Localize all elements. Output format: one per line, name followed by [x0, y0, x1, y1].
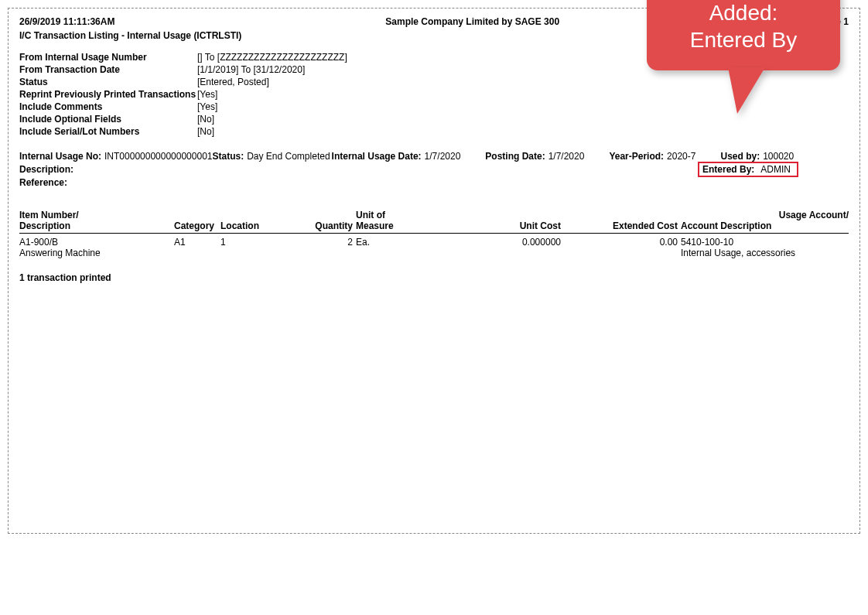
col-uom: Unit of [356, 210, 456, 220]
col-description: Description [19, 220, 174, 231]
entered-by-label: Entered By: [702, 164, 754, 175]
cell-item: A1-900/B [19, 237, 174, 248]
param-value: [Yes] [197, 89, 217, 100]
description-label: Description: [19, 164, 695, 175]
header-rule [19, 233, 849, 234]
table-row: Answering Machine Internal Usage, access… [19, 248, 849, 258]
year-period-value: 2020-7 [667, 151, 695, 162]
param-label: From Internal Usage Number [19, 52, 197, 63]
col-quantity: Quantity [267, 220, 356, 231]
cell-account: 5410-100-10 [681, 237, 849, 248]
table-row: A1-900/B A1 1 2 Ea. 0.000000 0.00 5410-1… [19, 237, 849, 248]
col-account-description: Account Description [681, 220, 849, 231]
line-items-table: Item Number/ Unit of Usage Account/ Desc… [19, 210, 849, 258]
used-by-value: 100020 [763, 151, 794, 162]
header-datetime: 26/9/2019 11:11:36AM [19, 16, 114, 27]
used-by-label: Used by: [720, 151, 760, 162]
usage-no-value: INT000000000000000001 [104, 151, 212, 162]
col-usage-account: Usage Account/ [681, 210, 849, 220]
param-value: [] To [ZZZZZZZZZZZZZZZZZZZZZZ] [197, 52, 347, 63]
param-label: Include Serial/Lot Numbers [19, 126, 197, 137]
entered-by-highlight: Entered By: ADMIN [698, 162, 798, 177]
usage-status-label: Status: [213, 151, 244, 162]
col-extended-cost: Extended Cost [561, 220, 681, 231]
col-category: Category [174, 220, 220, 231]
posting-date-value: 1/7/2020 [548, 151, 585, 162]
annotation-callout: Added: Entered By [647, 0, 840, 70]
footer-summary: 1 transaction printed [19, 272, 849, 283]
usage-date-value: 1/7/2020 [425, 151, 461, 162]
cell-account-desc: Internal Usage, accessories [681, 248, 849, 258]
reference-label: Reference: [19, 177, 67, 188]
param-label: Include Comments [19, 101, 197, 112]
param-value: [Yes] [197, 101, 217, 112]
param-value: [No] [197, 114, 214, 125]
entered-by-value: ADMIN [760, 164, 791, 175]
callout-line1: Added: [709, 1, 778, 25]
col-measure: Measure [356, 220, 456, 231]
param-value: [No] [197, 126, 214, 137]
col-unit-cost: Unit Cost [456, 220, 561, 231]
usage-status-value: Day End Completed [247, 151, 330, 162]
cell-item-desc: Answering Machine [19, 248, 174, 258]
cell-extended-cost: 0.00 [561, 237, 681, 248]
cell-location: 1 [220, 237, 267, 248]
param-label: From Transaction Date [19, 64, 197, 75]
usage-detail: Internal Usage No: INT000000000000000001… [19, 151, 849, 188]
col-item-number: Item Number/ [19, 210, 174, 220]
report-page: Added: Entered By 26/9/2019 11:11:36AM S… [8, 8, 860, 534]
cell-quantity: 2 [267, 237, 356, 248]
param-label: Reprint Previously Printed Transactions [19, 89, 197, 100]
usage-date-label: Internal Usage Date: [332, 151, 422, 162]
usage-no-label: Internal Usage No: [19, 151, 101, 162]
param-label: Status [19, 77, 197, 87]
year-period-label: Year-Period: [609, 151, 664, 162]
header-company: Sample Company Limited by SAGE 300 [385, 16, 559, 27]
callout-line2: Entered By [690, 28, 798, 52]
col-location: Location [220, 220, 267, 231]
param-label: Include Optional Fields [19, 114, 197, 125]
cell-uom: Ea. [356, 237, 456, 248]
cell-unit-cost: 0.000000 [456, 237, 561, 248]
cell-category: A1 [174, 237, 220, 248]
param-value: [1/1/2019] To [31/12/2020] [197, 64, 305, 75]
posting-date-label: Posting Date: [485, 151, 545, 162]
param-value: [Entered, Posted] [197, 77, 269, 87]
